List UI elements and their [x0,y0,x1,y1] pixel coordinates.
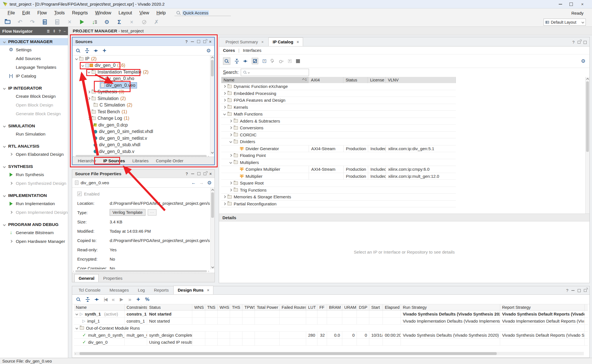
console-tab-tcl-console[interactable]: Tcl Console [74,286,105,294]
collapse-all-icon[interactable] [235,59,239,63]
ip-filter-icon[interactable] [252,58,258,64]
console-tab-reports[interactable]: Reports [150,286,173,294]
column-header-run-strategy[interactable]: Run Strategy [401,304,500,310]
menu-help[interactable]: Help [153,10,169,16]
settings-gear-icon[interactable]: ⚙ [206,48,211,54]
customize-icon[interactable] [271,59,275,63]
menu-file[interactable]: File [4,10,19,16]
menu-window[interactable]: Window [92,10,115,16]
column-header-name[interactable]: Name1 [221,77,309,83]
properties-hscrollbar[interactable]: ‹› [72,270,210,272]
chevron-right-icon[interactable] [229,126,232,129]
catalog-row-complex-multiplier[interactable]: Complex MultiplierAXI4-StreamProductionI… [221,166,456,173]
column-header-lut[interactable]: LUT [306,304,317,310]
column-header-name[interactable]: Name [74,304,125,310]
minimize-panel-icon[interactable] [191,41,194,42]
chevron-right-icon[interactable] [229,119,232,122]
tree-item-div-gen-0-stub-vhdl[interactable]: div_gen_0_stub.vhdl [72,142,210,148]
abort-icon[interactable]: ✗ [153,19,160,25]
flownav-item-ip-catalog[interactable]: IP Catalog [0,72,68,80]
paste-icon[interactable] [54,19,60,25]
column-header-uram[interactable]: URAM [342,304,357,310]
subtab-interfaces[interactable]: Interfaces [243,48,261,53]
flow-section-project-manager[interactable]: PROJECT MANAGER [0,38,68,45]
expand-collapse-icon[interactable]: ⇕ [53,29,56,33]
redo-icon[interactable]: ↷ [29,19,36,25]
tree-item-div-gen-0[interactable]: div_gen_0(16) [72,62,210,69]
catalog-row-multipliers[interactable]: Multipliers [221,159,456,166]
column-header-constraints[interactable]: Constraints [125,304,147,310]
tab-compile-order[interactable]: Compile Order [153,157,187,164]
flownav-item-open-elaborated-design[interactable]: Open Elaborated Design [0,150,68,159]
column-header-failed-routes[interactable]: Failed Routes [280,304,306,310]
tree-item-simulation[interactable]: Simulation(2) [72,95,210,102]
tree-item-synthesis[interactable]: Synthesis(3) [72,89,210,96]
ellipsis-button[interactable]: ··· [148,209,156,216]
chevron-right-icon[interactable] [88,110,90,113]
tab-general[interactable]: General [74,274,99,282]
search-icon[interactable] [76,48,80,53]
catalog-row-multiplier[interactable]: MultiplierProductionIncludedxilinx.com:i… [221,173,456,180]
column-header-tpws[interactable]: TPWS [242,304,255,310]
chevron-right-icon[interactable] [88,90,90,93]
chevron-right-icon[interactable] [229,154,232,157]
flow-section-rtl-analysis[interactable]: RTL ANALYSIS [0,143,68,150]
run-row-synth-1[interactable]: ▷synth_1(active)constrs_1Not startedViva… [74,310,588,318]
catalog-row-embedded-processing[interactable]: Embedded Processing [221,90,456,97]
minimize-icon[interactable] [559,4,562,5]
chevron-right-icon[interactable] [223,106,226,108]
tree-item-test-bench[interactable]: Test Bench(1) [72,108,210,115]
flownav-item-open-hardware-manager[interactable]: Open Hardware Manager [0,237,68,246]
column-header-vlnv[interactable]: VLNV [386,77,456,83]
column-header-dsp[interactable]: DSP [357,304,369,310]
sources-vscrollbar[interactable] [210,56,214,155]
catalog-row-divider-generator[interactable]: Divider GeneratorAXI4-StreamProductionIn… [221,145,456,152]
expand-all-icon[interactable] [94,48,98,53]
tab-ip-sources[interactable]: IP Sources [100,157,128,164]
catalog-row-cordic[interactable]: CORDIC [221,132,456,139]
chevron-right-icon[interactable] [223,196,226,198]
info-icon[interactable] [296,59,300,63]
doc-tab-project-summary[interactable]: Project Summary× [221,37,268,46]
column-header-elapsed[interactable]: Elapsed [383,304,401,310]
quick-access-search[interactable]: Quick Access [174,10,231,16]
sum-icon[interactable]: Σ [116,19,122,25]
chevron-right-icon[interactable] [229,188,232,191]
close-panel-icon[interactable]: × [209,172,212,176]
collapse-all-icon[interactable] [85,48,89,53]
catalog-row-floating-point[interactable]: Floating Point [221,152,456,159]
help-icon[interactable]: ? [59,29,61,33]
float-panel-icon[interactable] [204,172,206,175]
catalog-vscrollbar[interactable] [585,77,589,221]
tree-item-instantiation-template[interactable]: Instantiation Template(2) [72,69,210,76]
license-icon[interactable] [279,59,284,63]
menu-edit[interactable]: Edit [19,10,34,16]
close-icon[interactable]: × [207,288,209,292]
close-panel-icon[interactable]: × [209,39,211,44]
flow-section-program-and-debug[interactable]: PROGRAM AND DEBUG [0,221,68,228]
tree-item-div-gen-0-sim-netlist-v[interactable]: div_gen_0_sim_netlist.v [72,135,210,142]
column-header-bram[interactable]: BRAM [327,304,342,310]
generate-bitstream-icon[interactable]: ↓0110 [91,19,98,25]
flownav-item-run-simulation[interactable]: Run Simulation [0,130,68,138]
layout-selector[interactable]: Default Layout [544,19,586,26]
chip-icon[interactable] [288,59,291,63]
help-icon[interactable]: ? [572,40,575,45]
chevron-down-icon[interactable] [229,140,232,143]
back-icon[interactable]: ← [191,180,196,185]
maximize-panel-icon[interactable] [584,41,587,44]
flow-section-synthesis[interactable]: SYNTHESIS [0,163,68,170]
play-icon[interactable]: ▶ [120,297,123,302]
open-project-icon[interactable] [5,19,11,25]
close-icon[interactable]: × [261,40,264,44]
chevron-right-icon[interactable] [223,99,226,102]
column-header-total-power[interactable]: Total Power [255,304,280,310]
help-icon[interactable]: ? [185,172,188,176]
chevron-down-icon[interactable] [223,113,226,116]
search-icon[interactable] [76,297,81,302]
catalog-row-square-root[interactable]: Square Root [221,180,456,187]
subtab-cores[interactable]: Cores [223,48,235,53]
chevron-down-icon[interactable] [88,71,90,74]
catalog-row-kernels[interactable]: Kernels [221,104,456,111]
tree-item-div-gen-0-stub-v[interactable]: div_gen_0_stub.v [72,148,210,155]
